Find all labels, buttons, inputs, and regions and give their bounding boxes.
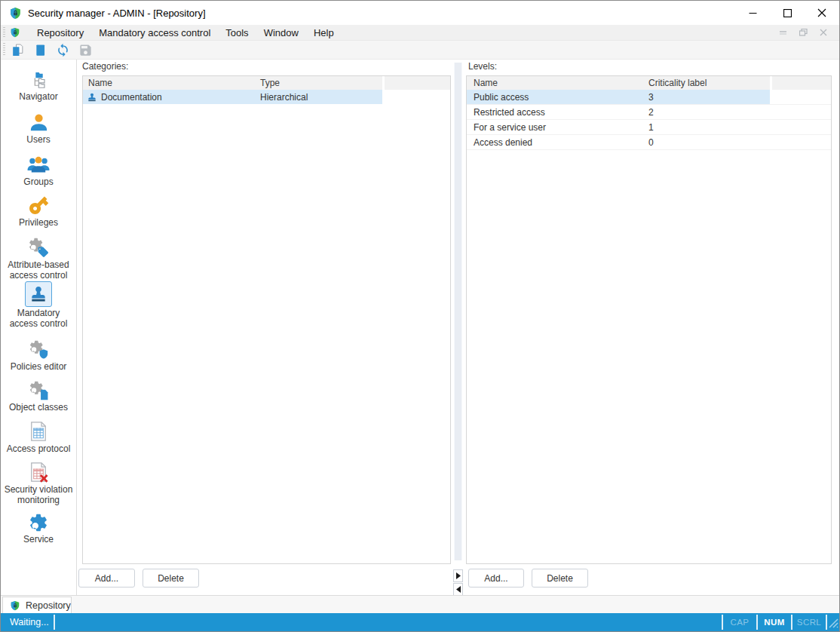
sidebar-item-groups[interactable]: Groups bbox=[2, 153, 75, 188]
sidebar: Navigator Users Groups Privileges Attrib… bbox=[1, 60, 77, 595]
levels-table-header: Name Criticality label bbox=[467, 76, 831, 90]
window-controls bbox=[735, 1, 839, 25]
gear-document-icon bbox=[28, 379, 50, 401]
table-error-icon bbox=[27, 461, 50, 483]
maximize-icon bbox=[783, 9, 792, 17]
security-manager-window: Security manager - ADMIN - [Repository] … bbox=[0, 0, 840, 632]
sidebar-item-label: Service bbox=[2, 535, 75, 545]
mdi-close-icon[interactable] bbox=[820, 29, 827, 36]
mdi-window-controls bbox=[780, 29, 827, 36]
status-separator bbox=[54, 615, 55, 630]
gear-icon bbox=[28, 512, 49, 533]
categories-add-button[interactable]: Add... bbox=[78, 569, 135, 588]
table-row[interactable]: Access denied 0 bbox=[467, 135, 831, 150]
level-criticality: 0 bbox=[645, 137, 654, 148]
sidebar-item-mandatory-access-control[interactable]: Mandatory access control bbox=[2, 281, 75, 329]
level-criticality: 3 bbox=[645, 92, 654, 103]
groups-icon bbox=[27, 153, 50, 176]
mdi-minimize-icon[interactable] bbox=[780, 29, 787, 36]
sidebar-item-users[interactable]: Users bbox=[2, 112, 75, 146]
level-name: Public access bbox=[467, 92, 645, 103]
column-header-filler bbox=[385, 76, 450, 90]
navigator-tree-icon bbox=[29, 70, 49, 91]
minimize-button[interactable] bbox=[735, 1, 770, 25]
stamp-icon bbox=[83, 92, 101, 103]
sidebar-item-policies-editor[interactable]: Policies editor bbox=[2, 339, 75, 373]
categories-delete-button[interactable]: Delete bbox=[143, 569, 199, 588]
menubar: Repository Mandatory access control Tool… bbox=[1, 25, 839, 40]
copy-document-button[interactable] bbox=[7, 41, 28, 59]
refresh-icon bbox=[56, 43, 70, 57]
level-criticality: 2 bbox=[645, 107, 654, 118]
sidebar-item-label: Mandatory access control bbox=[2, 308, 75, 329]
app-shield-icon bbox=[10, 27, 20, 38]
gear-tag-icon bbox=[27, 236, 50, 259]
table-document-icon bbox=[27, 420, 50, 443]
table-row[interactable]: Restricted access 2 bbox=[467, 105, 831, 120]
status-message: Waiting... bbox=[10, 613, 49, 631]
table-row[interactable]: Documentation Hierarchical bbox=[83, 90, 450, 104]
sidebar-item-label: Object classes bbox=[2, 403, 75, 413]
category-name: Documentation bbox=[101, 92, 256, 103]
main-content: Navigator Users Groups Privileges Attrib… bbox=[1, 60, 839, 595]
user-icon bbox=[28, 112, 50, 133]
sidebar-item-label: Policies editor bbox=[2, 362, 75, 373]
scroll-lock-indicator: SCRL bbox=[792, 613, 826, 631]
save-button[interactable] bbox=[75, 41, 96, 59]
sidebar-item-label: Attribute-based access control bbox=[2, 260, 75, 281]
save-icon bbox=[78, 43, 93, 57]
column-header-name[interactable]: Name bbox=[83, 76, 256, 90]
window-title: Security manager - ADMIN - [Repository] bbox=[28, 8, 206, 19]
menu-repository[interactable]: Repository bbox=[29, 25, 91, 40]
sidebar-selected-highlight bbox=[25, 281, 52, 307]
sidebar-item-label: Navigator bbox=[2, 92, 75, 103]
mdi-restore-icon[interactable] bbox=[799, 29, 808, 36]
levels-add-button[interactable]: Add... bbox=[468, 569, 524, 588]
maximize-button[interactable] bbox=[770, 1, 805, 25]
sidebar-item-label: Groups bbox=[2, 177, 75, 188]
menu-tools[interactable]: Tools bbox=[218, 25, 256, 40]
close-icon bbox=[817, 8, 826, 17]
table-row[interactable]: Public access 3 bbox=[467, 90, 831, 105]
resize-grip-icon[interactable] bbox=[827, 617, 838, 630]
splitter-collapse-right-button[interactable] bbox=[453, 569, 463, 582]
refresh-button[interactable] bbox=[52, 41, 73, 59]
stamp-icon bbox=[29, 284, 48, 304]
tab-label: Repository bbox=[26, 600, 71, 611]
sidebar-item-service[interactable]: Service bbox=[2, 512, 75, 545]
splitter-handle[interactable] bbox=[454, 63, 462, 560]
level-name: Access denied bbox=[467, 137, 645, 148]
panel-splitter[interactable] bbox=[451, 60, 466, 595]
level-criticality: 1 bbox=[645, 122, 654, 133]
column-header-name[interactable]: Name bbox=[467, 76, 645, 90]
sidebar-item-access-protocol[interactable]: Access protocol bbox=[2, 420, 75, 455]
level-name: For a service user bbox=[467, 122, 645, 133]
sidebar-item-object-classes[interactable]: Object classes bbox=[2, 379, 75, 413]
column-header-criticality[interactable]: Criticality label bbox=[645, 76, 770, 90]
level-name: Restricted access bbox=[467, 107, 645, 118]
arrow-right-icon bbox=[456, 572, 461, 579]
menu-window[interactable]: Window bbox=[256, 25, 306, 40]
column-header-type[interactable]: Type bbox=[256, 76, 382, 90]
sidebar-item-privileges[interactable]: Privileges bbox=[2, 194, 75, 229]
num-lock-indicator: NUM bbox=[758, 613, 791, 631]
key-icon bbox=[27, 194, 50, 216]
sidebar-item-label: Privileges bbox=[2, 218, 75, 229]
titlebar: Security manager - ADMIN - [Repository] bbox=[1, 1, 839, 25]
sidebar-item-navigator[interactable]: Navigator bbox=[2, 70, 75, 103]
sidebar-item-security-violation-monitoring[interactable]: Security violation monitoring bbox=[2, 461, 75, 505]
tab-repository[interactable]: Repository bbox=[2, 597, 72, 614]
levels-delete-button[interactable]: Delete bbox=[532, 569, 588, 588]
close-button[interactable] bbox=[805, 1, 839, 25]
table-row[interactable]: For a service user 1 bbox=[467, 120, 831, 135]
toolbar-gripper[interactable] bbox=[3, 43, 5, 57]
sidebar-item-attribute-based-access-control[interactable]: Attribute-based access control bbox=[2, 236, 75, 281]
document-icon bbox=[33, 43, 48, 57]
toolbar bbox=[1, 40, 839, 60]
levels-table: Name Criticality label Public access 3 R… bbox=[466, 75, 832, 564]
splitter-collapse-left-button[interactable] bbox=[453, 583, 463, 596]
menubar-gripper[interactable] bbox=[3, 27, 5, 38]
menu-mandatory-access-control[interactable]: Mandatory access control bbox=[91, 25, 218, 40]
document-button[interactable] bbox=[29, 41, 51, 59]
menu-help[interactable]: Help bbox=[306, 25, 342, 40]
